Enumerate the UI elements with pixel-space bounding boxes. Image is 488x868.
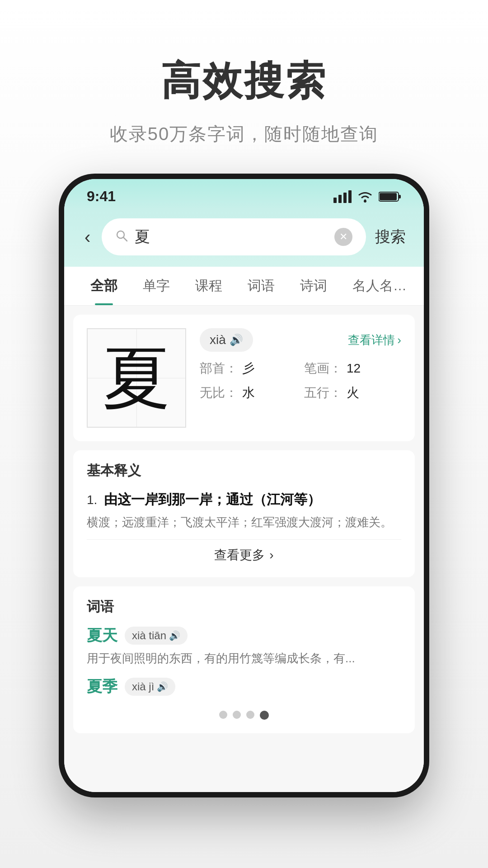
page-background: 高效搜索 收录50万条字词，随时随地查询 9:41 [0,0,488,868]
phone-screen: 9:41 [64,179,424,792]
svg-rect-6 [380,193,397,200]
bihua-value: 12 [347,361,361,376]
dot-3[interactable] [246,711,254,719]
character-details: 部首： 彡 笔画： 12 无比： 水 [200,360,401,401]
see-more-label: 查看更多 [214,547,265,564]
tab-single-char[interactable]: 单字 [130,267,183,305]
word-header-1: 夏天 xià tiān 🔊 [87,625,401,646]
chevron-right-more-icon: › [269,548,273,562]
character-display: 夏 [87,328,186,428]
dot-4-active[interactable] [260,711,269,720]
dot-1[interactable] [219,711,227,719]
def-main-1: 由这一岸到那一岸；通过（江河等） [104,492,321,507]
definition-section: 基本释义 1. 由这一岸到那一岸；通过（江河等） 横渡；远渡重洋；飞渡太平洋；红… [73,450,415,577]
search-input-container[interactable]: 夏 ✕ [102,218,366,255]
page-subtitle: 收录50万条字词，随时随地查询 [18,122,470,146]
sound-icon[interactable]: 🔊 [230,334,243,346]
tabs-row: 全部 单字 课程 词语 诗词 名人名… [64,267,424,306]
word-pinyin-1: xià tiān 🔊 [125,627,188,645]
bihua-label: 笔画： [304,360,342,377]
word-section: 词语 夏天 xià tiān 🔊 用于夜间照明的东西，有的用竹篾等编成长条，有.… [73,586,415,733]
clear-button[interactable]: ✕ [334,228,352,246]
tab-famous-quote[interactable]: 名人名… [340,267,419,305]
definition-item-1: 1. 由这一岸到那一岸；通过（江河等） 横渡；远渡重洋；飞渡太平洋；红军强渡大渡… [87,489,401,532]
status-time: 9:41 [87,188,116,205]
tab-poetry[interactable]: 诗词 [287,267,340,305]
header-section: 高效搜索 收录50万条字词，随时随地查询 [0,0,488,174]
word-pinyin-text-2: xià jì [132,680,154,693]
character-info: xià 🔊 查看详情 › 部首： 彡 [200,328,401,428]
word-section-title: 词语 [87,598,401,616]
battery-icon [379,191,401,203]
tab-all[interactable]: 全部 [78,267,130,305]
wubi-label: 无比： [200,384,238,401]
word-def-1: 用于夜间照明的东西，有的用竹篾等编成长条，有... [87,650,401,667]
word-pinyin-2: xià jì 🔊 [125,678,175,696]
status-icons [333,190,401,203]
word-char-2: 夏季 [87,676,117,697]
wuxing-value: 火 [347,384,359,401]
pinyin-badge: xià 🔊 [200,328,253,352]
word-sound-icon-1[interactable]: 🔊 [169,630,180,641]
svg-rect-0 [333,198,337,203]
character-card: 夏 xià 🔊 查看详情 › [73,315,415,441]
wuxing-label: 五行： [304,384,342,401]
bihua-item: 笔画： 12 [304,360,401,377]
word-pinyin-text-1: xià tiān [132,629,166,642]
search-area: ‹ 夏 ✕ 搜索 [64,209,424,267]
svg-point-4 [364,200,366,203]
def-example-1: 横渡；远渡重洋；飞渡太平洋；红军强渡大渡河；渡难关。 [87,513,401,532]
pagination-dots [87,706,401,722]
see-more-button[interactable]: 查看更多 › [87,539,401,566]
bushou-label: 部首： [200,360,238,377]
detail-link[interactable]: 查看详情 › [348,332,401,348]
svg-rect-1 [338,195,342,203]
svg-rect-7 [399,195,401,198]
bushou-item: 部首： 彡 [200,360,297,377]
search-input-value[interactable]: 夏 [135,226,328,247]
word-char-1: 夏天 [87,625,117,646]
wubi-value: 水 [242,384,255,401]
word-item-2[interactable]: 夏季 xià jì 🔊 [87,676,401,697]
tab-word[interactable]: 词语 [235,267,287,305]
wuxing-item: 五行： 火 [304,384,401,401]
word-header-2: 夏季 xià jì 🔊 [87,676,401,697]
back-button[interactable]: ‹ [82,225,93,250]
tab-course[interactable]: 课程 [183,267,235,305]
wifi-icon [357,190,373,203]
svg-rect-2 [343,193,347,203]
wubi-item: 无比： 水 [200,384,297,401]
search-icon [115,229,128,245]
character-big: 夏 [103,344,170,412]
detail-link-label: 查看详情 [348,332,395,348]
svg-rect-3 [348,190,352,203]
def-number-1: 1. [87,493,97,507]
chevron-right-icon: › [397,333,401,347]
dot-2[interactable] [233,711,241,719]
search-button[interactable]: 搜索 [375,226,406,247]
word-item-1[interactable]: 夏天 xià tiān 🔊 用于夜间照明的东西，有的用竹篾等编成长条，有... [87,625,401,667]
pinyin-row: xià 🔊 查看详情 › [200,328,401,352]
pinyin-text: xià [210,333,226,347]
phone-mockup: 9:41 [59,174,429,797]
page-title: 高效搜索 [18,54,470,108]
definition-section-title: 基本释义 [87,462,401,480]
word-sound-icon-2[interactable]: 🔊 [157,681,168,692]
svg-line-9 [123,237,127,241]
status-bar: 9:41 [64,179,424,209]
signal-icon [333,190,352,203]
bushou-value: 彡 [242,360,255,377]
content-area: 夏 xià 🔊 查看详情 › [64,306,424,792]
